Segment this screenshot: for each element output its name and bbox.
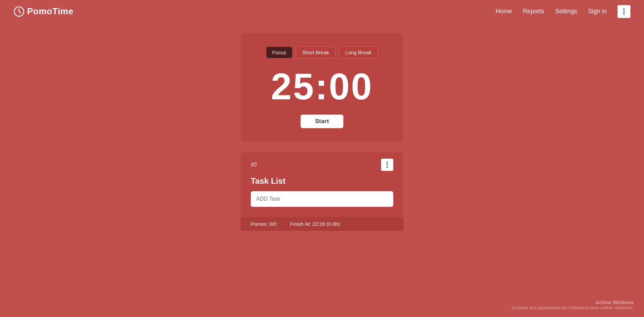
task-card: #0 Task List xyxy=(241,152,403,217)
brand-logo[interactable]: PomoTime xyxy=(14,6,73,17)
pomos-status: Pomos: 0/0 xyxy=(251,221,277,227)
status-bar: Pomos: 0/0 Finish At: 22:26 (0.0h) xyxy=(241,217,403,231)
nav-signin[interactable]: Sign in xyxy=(588,8,607,15)
nav-settings[interactable]: Settings xyxy=(555,8,577,15)
dot-2 xyxy=(623,11,625,12)
dot-4 xyxy=(386,162,388,163)
tab-long-break[interactable]: Long Break xyxy=(339,46,378,58)
tab-short-break[interactable]: Short Break xyxy=(296,46,335,58)
nav-links: Home Reports Settings Sign in xyxy=(496,5,630,18)
nav-reports[interactable]: Reports xyxy=(523,8,544,15)
main-content: Focus Short Break Long Break 25:00 Start… xyxy=(0,23,644,241)
timer-card: Focus Short Break Long Break 25:00 Start xyxy=(241,33,403,142)
navbar: PomoTime Home Reports Settings Sign in xyxy=(0,0,644,23)
dot-6 xyxy=(386,166,388,168)
windows-subtitle: Accédez aux paramètres de l'ordinateur p… xyxy=(511,305,634,310)
tab-focus[interactable]: Focus xyxy=(266,47,292,58)
task-counter: #0 xyxy=(251,162,257,168)
dot-1 xyxy=(623,8,625,10)
task-menu-button[interactable] xyxy=(381,159,393,171)
task-card-header: #0 xyxy=(251,159,393,171)
add-task-input[interactable] xyxy=(251,191,393,207)
timer-tabs: Focus Short Break Long Break xyxy=(266,46,378,58)
more-menu-button[interactable] xyxy=(618,5,630,18)
dot-3 xyxy=(623,13,625,15)
windows-watermark: Activer Windows Accédez aux paramètres d… xyxy=(511,300,634,310)
nav-home[interactable]: Home xyxy=(496,8,512,15)
windows-title: Activer Windows xyxy=(511,300,634,305)
dot-5 xyxy=(386,164,388,165)
start-button[interactable]: Start xyxy=(301,115,343,128)
clock-icon xyxy=(14,6,24,17)
brand-name: PomoTime xyxy=(27,6,73,17)
timer-display: 25:00 xyxy=(271,68,373,105)
task-list-title: Task List xyxy=(251,176,393,186)
task-section: #0 Task List Pomos: 0/0 Finish At: 22:26… xyxy=(241,152,403,231)
finish-status: Finish At: 22:26 (0.0h) xyxy=(290,221,340,227)
